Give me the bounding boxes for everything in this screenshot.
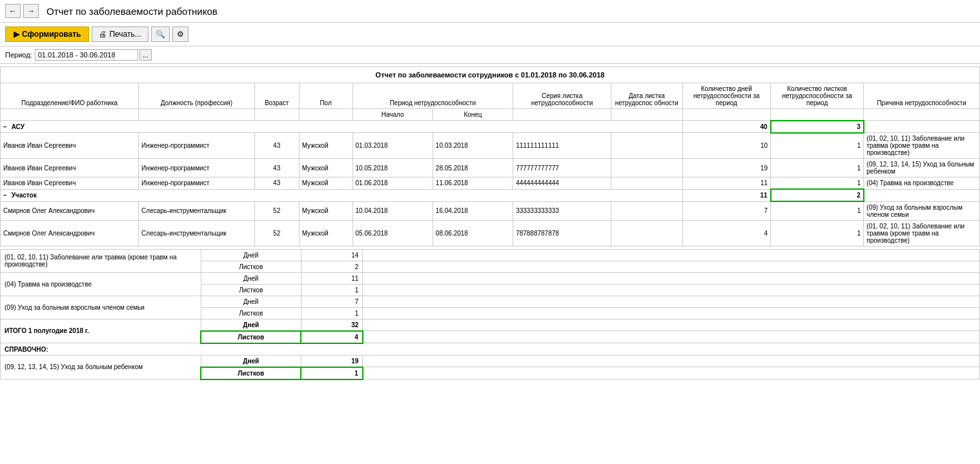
reference-empty-1: [363, 355, 980, 367]
cell-position: Слесарь-инструментальщик: [139, 201, 255, 220]
col-sub-empty5: [513, 109, 611, 121]
col-sub-empty3: [254, 109, 299, 121]
summary-sheets-value-3: 1: [301, 307, 363, 319]
period-select-button[interactable]: ...: [139, 49, 152, 61]
cell-date: [611, 159, 682, 177]
cell-name: Иванов Иван Сергеевич: [1, 177, 139, 190]
reference-sheets-value-1: 1: [301, 367, 363, 379]
summary-sheets-label-3: Листков: [201, 307, 301, 319]
report-title: Отчет по заболеваемости сотрудников с 01…: [0, 66, 980, 83]
cell-position: Инженер-программист: [139, 159, 255, 177]
play-icon: ▶: [14, 30, 19, 39]
period-value[interactable]: 01.01.2018 - 30.06.2018: [35, 49, 138, 61]
cell-series: 333333333333: [513, 201, 611, 220]
cell-period-end: 16.04.2018: [433, 201, 513, 220]
summary-reason-1: (01, 02, 10, 11) Заболевание или травма …: [1, 249, 201, 272]
group-collapse-asu[interactable]: −: [3, 123, 7, 130]
cell-gender: Мужской: [299, 201, 352, 220]
summary-total-empty2: [363, 331, 980, 343]
settings-button[interactable]: ⚙: [172, 26, 189, 42]
action-bar: ▶ Сформировать 🖨 Печать... 🔍 ⚙: [0, 23, 980, 46]
group-row-uchastok: − Участок 11 2: [1, 189, 980, 201]
forward-button[interactable]: →: [23, 4, 39, 18]
summary-reason-2: (04) Травма на производстве: [1, 272, 201, 296]
cell-name: Смирнов Олег Александрович: [1, 220, 139, 246]
cell-position: Инженер-программист: [139, 177, 255, 190]
table-row: Иванов Иван Сергеевич Инженер-программис…: [1, 133, 980, 159]
back-button[interactable]: ←: [5, 4, 21, 18]
col-sub-empty6: [611, 109, 682, 121]
group-reason-uchastok: [864, 189, 980, 201]
cell-gender: Мужской: [299, 177, 352, 190]
cell-period-end: 28.05.2018: [433, 159, 513, 177]
forward-icon: →: [27, 6, 35, 15]
cell-sheets: 1: [771, 220, 864, 246]
summary-days-label-2: Дней: [201, 272, 301, 284]
cell-period-start: 01.06.2018: [352, 177, 433, 190]
summary-sheets-label-2: Листков: [201, 284, 301, 296]
cell-gender: Мужской: [299, 133, 352, 159]
reference-days-value-1: 19: [301, 355, 363, 367]
cell-days: 7: [682, 201, 770, 220]
reference-row-1: (09, 12, 13, 14, 15) Уход за больным реб…: [1, 355, 980, 367]
report-container: Отчет по заболеваемости сотрудников с 01…: [0, 64, 980, 383]
summary-days-value-3: 7: [301, 296, 363, 307]
col-header-name: Подразделение/ФИО работника: [1, 83, 139, 109]
summary-total-days-label: Дней: [201, 319, 301, 331]
cell-reason: (01, 02, 10, 11) Заболевание или травма …: [864, 133, 980, 159]
col-header-reason: Причина нетрудоспособности: [864, 83, 980, 109]
cell-series: 777777777777: [513, 159, 611, 177]
col-header-position: Должность (профессия): [139, 83, 255, 109]
cell-series: 111111111111: [513, 133, 611, 159]
table-row: Иванов Иван Сергеевич Инженер-программис…: [1, 177, 980, 190]
cell-date: [611, 177, 682, 190]
cell-period-end: 10.03.2018: [433, 133, 513, 159]
summary-total-days-row: ИТОГО 1 полугодие 2018 г. Дней 32: [1, 319, 980, 331]
cell-age: 43: [254, 177, 299, 190]
summary-days-label-3: Дней: [201, 296, 301, 307]
col-sub-empty1: [1, 109, 139, 121]
col-sub-period-start: Начало: [352, 109, 433, 121]
summary-total-sheets-value: 4: [301, 331, 363, 343]
summary-row-2: (04) Травма на производстве Дней 11: [1, 272, 980, 284]
col-sub-empty7: [682, 109, 770, 121]
generate-button[interactable]: ▶ Сформировать: [5, 26, 89, 42]
col-header-period: Период нетрудоспособности: [352, 83, 513, 109]
summary-empty-1b: [363, 261, 980, 272]
cell-name: Иванов Иван Сергеевич: [1, 133, 139, 159]
summary-sheets-value-1: 2: [301, 261, 363, 272]
group-name-uchastok: − Участок: [1, 189, 683, 201]
cell-period-end: 08.06.2018: [433, 220, 513, 246]
group-reason-asu: [864, 121, 980, 133]
search-button[interactable]: 🔍: [151, 26, 170, 42]
table-row: Смирнов Олег Александрович Слесарь-инстр…: [1, 220, 980, 246]
cell-days: 19: [682, 159, 770, 177]
cell-days: 10: [682, 133, 770, 159]
cell-sheets: 1: [771, 133, 864, 159]
group-collapse-uchastok[interactable]: −: [3, 192, 7, 199]
summary-empty-2b: [363, 284, 980, 296]
cell-age: 52: [254, 201, 299, 220]
group-sheets-asu: 3: [771, 121, 864, 133]
summary-sheets-label-1: Листков: [201, 261, 301, 272]
printer-icon: 🖨: [99, 30, 107, 39]
col-header-age: Возраст: [254, 83, 299, 109]
col-header-gender: Пол: [299, 83, 352, 109]
reference-header: СПРАВОЧНО:: [1, 343, 980, 356]
page-title: Отчет по заболеваемости работников: [46, 6, 218, 17]
table-row: Смирнов Олег Александрович Слесарь-инстр…: [1, 201, 980, 220]
settings-icon: ⚙: [177, 30, 184, 39]
print-button[interactable]: 🖨 Печать...: [92, 26, 148, 42]
reference-reason-1: (09, 12, 13, 14, 15) Уход за больным реб…: [1, 355, 201, 379]
cell-name: Смирнов Олег Александрович: [1, 201, 139, 220]
period-bar: Период: 01.01.2018 - 30.06.2018 ...: [0, 46, 980, 64]
cell-date: [611, 133, 682, 159]
print-label: Печать...: [109, 30, 141, 39]
cell-period-start: 10.05.2018: [352, 159, 433, 177]
summary-days-value-1: 14: [301, 249, 363, 261]
col-sub-period-end: Конец: [433, 109, 513, 121]
summary-reason-3: (09) Уход за больным взрослым членом сем…: [1, 296, 201, 319]
cell-series: 444444444444: [513, 177, 611, 190]
cell-age: 52: [254, 220, 299, 246]
summary-row-3: (09) Уход за больным взрослым членом сем…: [1, 296, 980, 307]
